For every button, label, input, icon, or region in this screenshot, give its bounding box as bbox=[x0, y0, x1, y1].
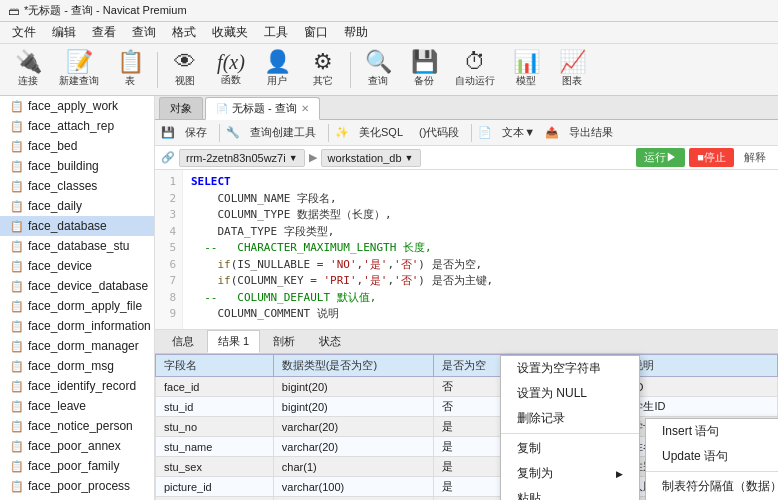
tab-bar: 对象 📄 无标题 - 查询 ✕ bbox=[155, 96, 778, 120]
query-tab[interactable]: 📄 无标题 - 查询 ✕ bbox=[205, 97, 320, 120]
sidebar-item-face-apply-work[interactable]: 📋 face_apply_work bbox=[0, 96, 154, 116]
path-sep-1: ▶ bbox=[309, 151, 317, 164]
sidebar-item-face-post-apply[interactable]: 📋 face_post_apply bbox=[0, 496, 154, 500]
subctx-sep bbox=[646, 471, 778, 472]
backup-icon: 💾 bbox=[411, 51, 438, 73]
sidebar-item-face-poor-annex[interactable]: 📋 face_poor_annex bbox=[0, 436, 154, 456]
connection-icon: 🔗 bbox=[161, 151, 175, 164]
toolbar-model[interactable]: 📊 模型 bbox=[504, 48, 548, 92]
menu-edit[interactable]: 编辑 bbox=[44, 22, 84, 43]
sidebar-item-face-dorm-mgr[interactable]: 📋 face_dorm_manager bbox=[0, 336, 154, 356]
result-tab-status[interactable]: 状态 bbox=[308, 330, 352, 353]
toolbar-autorun[interactable]: ⏱ 自动运行 bbox=[448, 48, 502, 92]
ctx-set-empty-string[interactable]: 设置为空字符串 bbox=[501, 356, 639, 381]
sidebar-item-face-device-db[interactable]: 📋 face_device_database bbox=[0, 276, 154, 296]
subctx-tab-data[interactable]: 制表符分隔值（数据） bbox=[646, 474, 778, 499]
sidebar-item-face-attach-rep[interactable]: 📋 face_attach_rep bbox=[0, 116, 154, 136]
table-row-icon: 📋 bbox=[10, 320, 24, 333]
menu-file[interactable]: 文件 bbox=[4, 22, 44, 43]
table-icon: 📋 bbox=[117, 51, 144, 73]
object-tab[interactable]: 对象 bbox=[159, 97, 203, 119]
main-toolbar: 🔌 连接 📝 新建查询 📋 表 👁 视图 f(x) 函数 👤 用户 ⚙ 其它 🔍… bbox=[0, 44, 778, 96]
result-tab-data[interactable]: 结果 1 bbox=[207, 330, 260, 353]
ctx-copy-as[interactable]: 复制为 bbox=[501, 461, 639, 486]
menu-help[interactable]: 帮助 bbox=[336, 22, 376, 43]
menu-format[interactable]: 格式 bbox=[164, 22, 204, 43]
code-snippet-button[interactable]: ()代码段 bbox=[413, 123, 465, 142]
toolbar-query[interactable]: 🔍 查询 bbox=[356, 48, 400, 92]
sidebar-item-face-building[interactable]: 📋 face_building bbox=[0, 156, 154, 176]
sidebar-item-face-database[interactable]: 📋 face_database bbox=[0, 216, 154, 236]
chevron-down-icon: ▼ bbox=[289, 153, 298, 163]
chart-icon: 📈 bbox=[559, 51, 586, 73]
autorun-label: 自动运行 bbox=[455, 74, 495, 88]
table-row[interactable]: face_idbigint(20)否是ID bbox=[156, 377, 778, 397]
table-row-icon: 📋 bbox=[10, 140, 24, 153]
toolbar-other[interactable]: ⚙ 其它 bbox=[301, 48, 345, 92]
explain-button[interactable]: 解释 bbox=[738, 148, 772, 167]
ctx-paste[interactable]: 粘贴 bbox=[501, 486, 639, 500]
save-button[interactable]: 保存 bbox=[179, 123, 213, 142]
toolbar-function[interactable]: f(x) 函数 bbox=[209, 48, 253, 92]
export-result-button[interactable]: 导出结果 bbox=[563, 123, 619, 142]
sidebar-item-face-identify[interactable]: 📋 face_identify_record bbox=[0, 376, 154, 396]
sidebar-item-face-dorm-msg[interactable]: 📋 face_dorm_msg bbox=[0, 356, 154, 376]
toolbar-view[interactable]: 👁 视图 bbox=[163, 48, 207, 92]
sidebar-item-face-dorm-info[interactable]: 📋 face_dorm_information bbox=[0, 316, 154, 336]
sidebar-item-face-poor-family[interactable]: 📋 face_poor_family bbox=[0, 456, 154, 476]
toolbar-user[interactable]: 👤 用户 bbox=[255, 48, 299, 92]
connection-selector[interactable]: rrm-2zetn83n05wz7i ▼ bbox=[179, 149, 305, 167]
table-row-icon: 📋 bbox=[10, 380, 24, 393]
function-label: 函数 bbox=[221, 73, 241, 87]
function-icon: f(x) bbox=[217, 52, 245, 72]
other-label: 其它 bbox=[313, 74, 333, 88]
menu-query[interactable]: 查询 bbox=[124, 22, 164, 43]
stop-button[interactable]: ■停止 bbox=[689, 148, 734, 167]
toolbar-backup[interactable]: 💾 备份 bbox=[402, 48, 446, 92]
result-tab-info[interactable]: 信息 bbox=[161, 330, 205, 353]
sidebar-item-face-dorm-apply[interactable]: 📋 face_dorm_apply_file bbox=[0, 296, 154, 316]
backup-label: 备份 bbox=[414, 74, 434, 88]
sidebar-item-face-database-stu[interactable]: 📋 face_database_stu bbox=[0, 236, 154, 256]
toolbar-new-query[interactable]: 📝 新建查询 bbox=[52, 48, 106, 92]
toolbar-connect[interactable]: 🔌 连接 bbox=[6, 48, 50, 92]
menu-favorites[interactable]: 收藏夹 bbox=[204, 22, 256, 43]
subctx-update[interactable]: Update 语句 bbox=[646, 444, 778, 469]
context-menu: 设置为空字符串 设置为 NULL 删除记录 复制 复制为 粘贴 显示 bbox=[500, 355, 640, 500]
ctx-copy[interactable]: 复制 bbox=[501, 436, 639, 461]
table-row-icon: 📋 bbox=[10, 180, 24, 193]
model-icon: 📊 bbox=[513, 51, 540, 73]
run-button[interactable]: 运行▶ bbox=[636, 148, 685, 167]
sidebar-item-face-bed[interactable]: 📋 face_bed bbox=[0, 136, 154, 156]
ctx-delete-record[interactable]: 删除记录 bbox=[501, 406, 639, 431]
app-title: *无标题 - 查询 - Navicat Premium bbox=[24, 3, 187, 18]
sidebar-item-face-daily[interactable]: 📋 face_daily bbox=[0, 196, 154, 216]
subctx-insert[interactable]: Insert 语句 bbox=[646, 419, 778, 444]
menu-tools[interactable]: 工具 bbox=[256, 22, 296, 43]
sidebar-item-face-classes[interactable]: 📋 face_classes bbox=[0, 176, 154, 196]
menu-view[interactable]: 查看 bbox=[84, 22, 124, 43]
connect-label: 连接 bbox=[18, 74, 38, 88]
toolbar-chart[interactable]: 📈 图表 bbox=[550, 48, 594, 92]
table-row-icon: 📋 bbox=[10, 260, 24, 273]
toolbar-table[interactable]: 📋 表 bbox=[108, 48, 152, 92]
ctx-set-null[interactable]: 设置为 NULL bbox=[501, 381, 639, 406]
sidebar-item-face-leave[interactable]: 📋 face_leave bbox=[0, 396, 154, 416]
database-selector[interactable]: workstation_db ▼ bbox=[321, 149, 421, 167]
result-tab-profile[interactable]: 剖析 bbox=[262, 330, 306, 353]
text-mode-button[interactable]: 文本▼ bbox=[496, 123, 541, 142]
table-row[interactable]: stu_idbigint(20)否否学生ID bbox=[156, 397, 778, 417]
table-label: 表 bbox=[125, 74, 135, 88]
sql-code-area[interactable]: SELECT COLUMN_NAME 字段名, COLUMN_TYPE 数据类型… bbox=[183, 170, 778, 329]
chart-label: 图表 bbox=[562, 74, 582, 88]
menu-window[interactable]: 窗口 bbox=[296, 22, 336, 43]
query-builder-button[interactable]: 查询创建工具 bbox=[244, 123, 322, 142]
tab-close-button[interactable]: ✕ bbox=[301, 103, 309, 114]
new-query-icon: 📝 bbox=[66, 51, 93, 73]
builder-icon: 🔧 bbox=[226, 126, 240, 139]
table-row-icon: 📋 bbox=[10, 420, 24, 433]
beautify-sql-button[interactable]: 美化SQL bbox=[353, 123, 409, 142]
sidebar-item-face-poor-process[interactable]: 📋 face_poor_process bbox=[0, 476, 154, 496]
sidebar-item-face-notice[interactable]: 📋 face_notice_person bbox=[0, 416, 154, 436]
sidebar-item-face-device[interactable]: 📋 face_device bbox=[0, 256, 154, 276]
